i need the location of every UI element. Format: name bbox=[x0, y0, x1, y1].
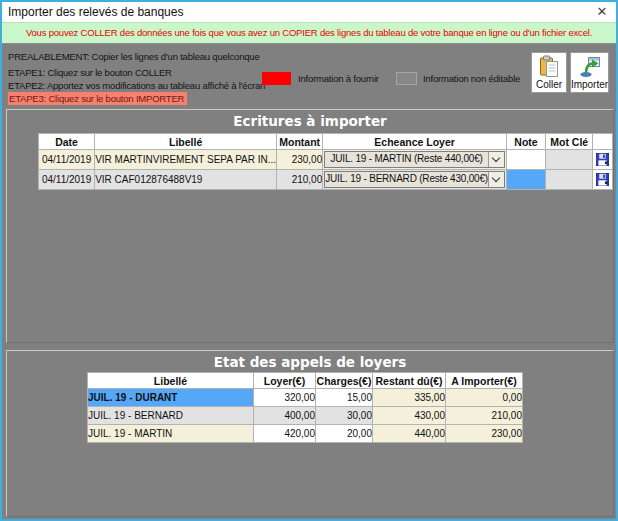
cell-echeance: JUIL. 19 - MARTIN (Reste 440,00€) bbox=[323, 150, 507, 170]
cell-libelle[interactable]: JUIL. 19 - BERNARD bbox=[88, 407, 254, 425]
chevron-down-icon[interactable] bbox=[488, 172, 504, 187]
cell-a-importer: 210,00 bbox=[446, 407, 523, 425]
cell-charges: 20,00 bbox=[316, 425, 373, 443]
instruction-steps: ETAPE1: Cliquez sur le bouton COLLER ETA… bbox=[8, 66, 265, 105]
echeance-select[interactable]: JUIL. 19 - MARTIN (Reste 440,00€) bbox=[324, 151, 505, 168]
col-header-motcle: Mot Clé bbox=[546, 134, 593, 150]
col-header-save bbox=[593, 134, 613, 150]
cell-restant: 440,00 bbox=[373, 425, 446, 443]
cell-note[interactable] bbox=[506, 150, 545, 170]
echeance-select[interactable]: JUIL. 19 - BERNARD (Reste 430,00€) bbox=[324, 171, 505, 188]
importer-button[interactable]: Importer bbox=[570, 52, 609, 93]
legend-information-non-editable: Information non éditable bbox=[396, 72, 520, 85]
loyers-panel: Etat des appels de loyers Libellé Loyer(… bbox=[6, 350, 614, 517]
cell-montant[interactable]: 210,00 bbox=[277, 170, 323, 190]
col-header-montant: Montant bbox=[277, 134, 323, 150]
ecriture-row: 04/11/2019 VIR CAF012876488V19 210,00 JU… bbox=[39, 170, 613, 190]
cell-save bbox=[593, 170, 613, 190]
chevron-down-icon[interactable] bbox=[488, 152, 504, 167]
coller-button-label: Coller bbox=[536, 79, 562, 90]
cell-libelle[interactable]: VIR CAF012876488V19 bbox=[95, 170, 277, 190]
ecritures-table: Date Libellé Montant Echeance Loyer Note… bbox=[38, 133, 613, 190]
cell-libelle[interactable]: VIR MARTINVIREMENT SEPA PAR IN... bbox=[95, 150, 277, 170]
save-icon[interactable] bbox=[596, 153, 609, 166]
red-swatch-icon bbox=[262, 72, 291, 85]
legend-information-a-fournir: Information à fournir bbox=[262, 72, 379, 85]
cell-a-importer: 230,00 bbox=[446, 425, 523, 443]
import-icon bbox=[579, 55, 601, 78]
loyers-table: Libellé Loyer(€) Charges(€) Restant dû(€… bbox=[87, 372, 523, 443]
col-header-a-importer: A Importer(€) bbox=[446, 373, 523, 389]
legend-nonedit-label: Information non éditable bbox=[423, 73, 520, 84]
cell-save bbox=[593, 150, 613, 170]
cell-charges: 30,00 bbox=[316, 407, 373, 425]
instruction-etape2: ETAPE2: Apportez vos modifications au ta… bbox=[8, 79, 265, 92]
window-title: Importer des relevés de banques bbox=[8, 2, 183, 22]
cell-note-selected[interactable] bbox=[506, 170, 545, 190]
col-header-echeance: Echeance Loyer bbox=[323, 134, 507, 150]
cell-echeance: JUIL. 19 - BERNARD (Reste 430,00€) bbox=[323, 170, 507, 190]
cell-loyer: 420,00 bbox=[254, 425, 316, 443]
col-header-loyer: Loyer(€) bbox=[254, 373, 316, 389]
cell-date[interactable]: 04/11/2019 bbox=[39, 170, 95, 190]
gray-swatch-icon bbox=[396, 72, 417, 85]
cell-libelle[interactable]: JUIL. 19 - MARTIN bbox=[88, 425, 254, 443]
ecritures-panel: Ecritures à importer Date Libellé Montan… bbox=[6, 109, 614, 343]
importer-button-label: Importer bbox=[571, 79, 608, 90]
paste-clipboard-icon bbox=[538, 55, 560, 78]
cell-date[interactable]: 04/11/2019 bbox=[39, 150, 95, 170]
cell-restant: 335,00 bbox=[373, 389, 446, 407]
close-icon[interactable]: ✕ bbox=[592, 2, 612, 22]
cell-loyer: 320,00 bbox=[254, 389, 316, 407]
cell-a-importer: 0,00 bbox=[446, 389, 523, 407]
echeance-selected-value: JUIL. 19 - MARTIN (Reste 440,00€) bbox=[325, 152, 488, 167]
import-bank-dialog: Importer des relevés de banques ✕ Vous p… bbox=[0, 0, 618, 521]
col-header-restant: Restant dû(€) bbox=[373, 373, 446, 389]
cell-motcle bbox=[546, 170, 593, 190]
title-bar: Importer des relevés de banques ✕ bbox=[2, 2, 616, 23]
cell-motcle bbox=[546, 150, 593, 170]
loyer-row: JUIL. 19 - BERNARD 400,00 30,00 430,00 2… bbox=[88, 407, 523, 425]
save-icon[interactable] bbox=[596, 173, 609, 186]
cell-loyer: 400,00 bbox=[254, 407, 316, 425]
cell-restant: 430,00 bbox=[373, 407, 446, 425]
loyer-row: JUIL. 19 - MARTIN 420,00 20,00 440,00 23… bbox=[88, 425, 523, 443]
col-header-charges: Charges(€) bbox=[316, 373, 373, 389]
ecritures-panel-title: Ecritures à importer bbox=[7, 110, 613, 129]
col-header-date: Date bbox=[39, 134, 95, 150]
cell-libelle[interactable]: JUIL. 19 - DURANT bbox=[88, 389, 254, 407]
instruction-etape1: ETAPE1: Cliquez sur le bouton COLLER bbox=[8, 66, 265, 79]
col-header-note: Note bbox=[506, 134, 545, 150]
coller-button[interactable]: Coller bbox=[531, 52, 567, 93]
legend-fournir-label: Information à fournir bbox=[298, 73, 379, 84]
etape3-highlight: ETAPE3: Cliquez sur le bouton IMPORTER bbox=[8, 92, 187, 105]
instruction-etape3: ETAPE3: Cliquez sur le bouton IMPORTER bbox=[8, 92, 265, 105]
col-header-libelle: Libellé bbox=[88, 373, 254, 389]
loyer-row-selected: JUIL. 19 - DURANT 320,00 15,00 335,00 0,… bbox=[88, 389, 523, 407]
ecritures-header-row: Date Libellé Montant Echeance Loyer Note… bbox=[39, 134, 613, 150]
ecriture-row: 04/11/2019 VIR MARTINVIREMENT SEPA PAR I… bbox=[39, 150, 613, 170]
instruction-prealable: PREALABLEMENT: Copier les lignes d'un ta… bbox=[8, 51, 260, 62]
loyers-panel-title: Etat des appels de loyers bbox=[7, 351, 613, 370]
col-header-libelle: Libellé bbox=[95, 134, 277, 150]
cell-charges: 15,00 bbox=[316, 389, 373, 407]
echeance-selected-value: JUIL. 19 - BERNARD (Reste 430,00€) bbox=[325, 172, 488, 187]
info-banner: Vous pouvez COLLER des données une fois … bbox=[2, 22, 616, 44]
loyers-header-row: Libellé Loyer(€) Charges(€) Restant dû(€… bbox=[88, 373, 523, 389]
cell-montant[interactable]: 230,00 bbox=[277, 150, 323, 170]
